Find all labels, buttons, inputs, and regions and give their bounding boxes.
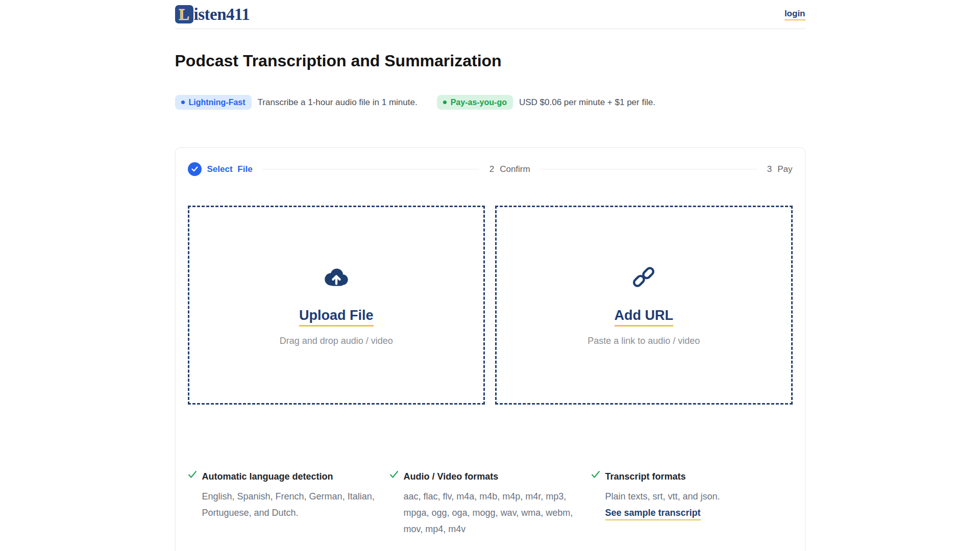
feature-transcript-description: Plain texts, srt, vtt, and json. bbox=[605, 488, 790, 505]
check-circle-icon bbox=[188, 162, 202, 176]
upload-file-link[interactable]: Upload File bbox=[299, 308, 374, 327]
step-confirm-label: Confirm bbox=[500, 164, 530, 174]
feature-language-description: English, Spanish, French, German, Italia… bbox=[202, 488, 386, 521]
login-link[interactable]: login bbox=[785, 9, 805, 20]
step-pay-number: 3 bbox=[767, 164, 772, 174]
main-content: Podcast Transcription and Summarization … bbox=[175, 52, 805, 551]
add-url-subtitle: Paste a link to audio / video bbox=[587, 336, 700, 346]
transcription-card: Select File 2 Confirm 3 Pay bbox=[175, 147, 805, 551]
feature-av-formats: Audio / Video formats aac, flac, flv, m4… bbox=[389, 470, 591, 537]
see-sample-transcript-link[interactable]: See sample transcript bbox=[605, 508, 701, 520]
lightning-fast-description: Transcribe a 1-hour audio file in 1 minu… bbox=[258, 97, 418, 108]
link-icon bbox=[632, 264, 655, 290]
feature-av-title: Audio / Video formats bbox=[404, 470, 588, 483]
logo-text: isten411 bbox=[194, 5, 250, 24]
feature-transcript-formats: Transcript formats Plain texts, srt, vtt… bbox=[591, 470, 793, 537]
features-row: Automatic language detection English, Sp… bbox=[188, 470, 793, 537]
feature-language-detection: Automatic language detection English, Sp… bbox=[188, 470, 389, 537]
step-select-file[interactable]: Select File bbox=[188, 162, 253, 176]
add-url-link[interactable]: Add URL bbox=[615, 308, 673, 327]
check-icon bbox=[591, 470, 600, 481]
step-pay-label: Pay bbox=[777, 164, 792, 174]
check-icon bbox=[188, 470, 197, 481]
step-pay: 3 Pay bbox=[767, 164, 793, 174]
cloud-upload-icon bbox=[322, 264, 351, 290]
pay-as-you-go-badge: Pay-as-you-go bbox=[437, 95, 513, 110]
check-icon bbox=[389, 470, 399, 481]
logo-letter: L bbox=[179, 7, 189, 22]
stepper-divider bbox=[541, 169, 757, 169]
listen411-logo[interactable]: L isten411 bbox=[175, 5, 250, 24]
stepper-divider bbox=[263, 169, 479, 169]
feature-language-title: Automatic language detection bbox=[202, 470, 386, 483]
pay-as-you-go-description: USD $0.06 per minute + $1 per file. bbox=[519, 97, 655, 108]
lightning-fast-label: Lightning-Fast bbox=[189, 98, 246, 107]
pay-as-you-go-label: Pay-as-you-go bbox=[451, 98, 507, 107]
upload-file-dropzone[interactable]: Upload File Drag and drop audio / video bbox=[188, 206, 485, 405]
add-url-dropzone[interactable]: Add URL Paste a link to audio / video bbox=[495, 206, 793, 405]
step-confirm-number: 2 bbox=[489, 164, 494, 174]
step-confirm: 2 Confirm bbox=[489, 164, 530, 174]
upload-file-subtitle: Drag and drop audio / video bbox=[280, 336, 393, 346]
dropzones-row: Upload File Drag and drop audio / video … bbox=[188, 206, 793, 405]
selling-points-row: Lightning-Fast Transcribe a 1-hour audio… bbox=[175, 95, 805, 110]
step-select-file-label: Select File bbox=[207, 164, 253, 174]
green-dot-icon bbox=[443, 101, 447, 104]
stepper: Select File 2 Confirm 3 Pay bbox=[188, 162, 793, 176]
lightning-fast-badge: Lightning-Fast bbox=[175, 95, 252, 110]
blue-dot-icon bbox=[181, 101, 185, 104]
feature-av-description: aac, flac, flv, m4a, m4b, m4p, m4r, mp3,… bbox=[404, 488, 588, 537]
logo-letter-badge: L bbox=[175, 5, 193, 23]
feature-transcript-title: Transcript formats bbox=[605, 470, 790, 483]
site-header: L isten411 login bbox=[0, 0, 980, 29]
page-title: Podcast Transcription and Summarization bbox=[175, 52, 805, 70]
